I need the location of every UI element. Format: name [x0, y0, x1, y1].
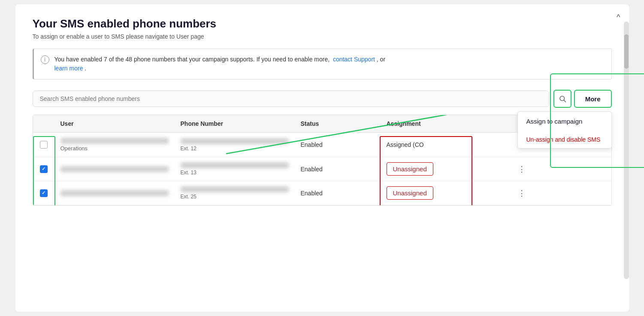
row1-user-cell: Operations: [54, 133, 175, 157]
row1-user-label: Operations: [60, 145, 169, 152]
row3-user-name: [60, 190, 169, 196]
search-input[interactable]: [33, 91, 549, 107]
search-input-wrapper: [33, 91, 549, 107]
assign-to-campaign-item[interactable]: Assign to campaign: [518, 112, 611, 131]
info-banner-text: You have enabled 7 of the 48 phone numbe…: [54, 55, 386, 73]
header-section: Your SMS enabled phone numbers To assign…: [33, 17, 612, 40]
page-title: Your SMS enabled phone numbers: [33, 17, 612, 30]
header-checkbox: [33, 115, 54, 132]
row2-phone-cell: Ext. 13: [175, 157, 295, 181]
scrollbar-thumb[interactable]: [624, 34, 629, 69]
row1-user-name: [60, 138, 169, 144]
row3-phone-blurred: [181, 186, 289, 192]
row2-unassigned-badge: Unassigned: [387, 162, 433, 176]
header-user: User: [54, 115, 175, 132]
dropdown-menu: Assign to campaign Un-assign and disable…: [517, 111, 612, 149]
row1-assignment: Assigned (CO: [381, 136, 509, 153]
search-toolbar: More Assign to campaign Un-assign and di…: [33, 90, 612, 108]
page-subtitle: To assign or enable a user to SMS please…: [33, 33, 612, 40]
row3-three-dots[interactable]: ⋮: [515, 188, 529, 198]
row2-user-cell: [54, 161, 175, 177]
row3-assignment-cell: Unassigned: [381, 181, 509, 205]
row2-actions[interactable]: ⋮: [509, 159, 535, 179]
table-row: Ext. 13 Enabled Unassigned ⋮: [33, 157, 611, 181]
header-status: Status: [295, 115, 381, 132]
row2-checkbox-cell: [33, 160, 54, 178]
info-icon: i: [41, 55, 49, 64]
scrollbar-track: [624, 21, 629, 279]
row3-phone-cell: Ext. 25: [175, 181, 295, 205]
row2-checkbox[interactable]: [40, 165, 48, 173]
row3-user-cell: [54, 185, 175, 201]
collapse-button[interactable]: ^: [617, 13, 620, 22]
table-row: Ext. 25 Enabled Unassigned ⋮: [33, 181, 611, 205]
row3-ext: Ext. 25: [181, 194, 289, 200]
row3-checkbox[interactable]: [40, 189, 48, 197]
row2-three-dots[interactable]: ⋮: [515, 164, 529, 174]
info-banner: i You have enabled 7 of the 48 phone num…: [33, 49, 612, 79]
row1-checkbox-cell: [33, 136, 54, 154]
svg-line-1: [564, 100, 565, 102]
row2-status: Enabled: [295, 161, 381, 178]
row2-user-name: [60, 166, 169, 172]
row1-ext: Ext. 12: [181, 146, 289, 152]
row2-ext: Ext. 13: [181, 170, 289, 176]
header-assignment: Assignment: [381, 115, 509, 132]
toolbar-right: More Assign to campaign Un-assign and di…: [553, 90, 612, 108]
row3-checkbox-cell: [33, 184, 54, 202]
more-button[interactable]: More: [574, 90, 612, 108]
row1-checkbox[interactable]: [40, 141, 48, 149]
row3-unassigned-badge: Unassigned: [387, 186, 433, 200]
row3-status: Enabled: [295, 185, 381, 202]
row1-status: Enabled: [295, 136, 381, 153]
row2-assignment-cell: Unassigned: [381, 157, 509, 181]
unassign-disable-item[interactable]: Un-assign and disable SMS: [518, 131, 611, 148]
contact-support-link[interactable]: contact Support: [333, 56, 375, 63]
header-phone: Phone Number: [175, 115, 295, 132]
search-icon-button[interactable]: [553, 90, 571, 108]
row3-actions[interactable]: ⋮: [509, 183, 535, 203]
row1-phone-blurred: [181, 138, 289, 144]
row1-phone-cell: Ext. 12: [175, 133, 295, 157]
learn-more-link[interactable]: learn more: [54, 65, 83, 72]
row2-phone-blurred: [181, 162, 289, 168]
main-panel: Your SMS enabled phone numbers To assign…: [15, 4, 629, 312]
